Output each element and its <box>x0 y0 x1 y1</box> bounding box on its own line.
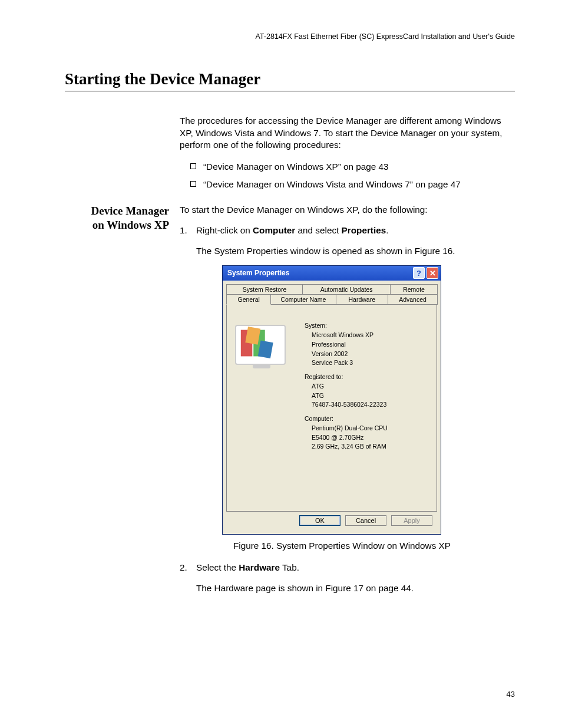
system-label: System: <box>305 321 388 331</box>
bullet-text: “Device Manager on Windows XP” on page 4… <box>203 160 389 174</box>
step-2: 2. Select the Hardware Tab. <box>180 562 515 574</box>
bullet-icon <box>190 181 196 187</box>
computer-label: Computer: <box>305 414 388 424</box>
bullet-text: “Device Manager on Windows Vista and Win… <box>203 177 461 192</box>
lead-in: To start the Device Manager on Windows X… <box>180 204 515 216</box>
tab-advanced[interactable]: Advanced <box>388 294 438 305</box>
system-properties-window: System Properties ? ✕ System Restore Aut… <box>222 265 441 535</box>
figure-16: System Properties ? ✕ System Restore Aut… <box>222 265 515 535</box>
list-item: “Device Manager on Windows Vista and Win… <box>190 177 515 192</box>
registered-label: Registered to: <box>305 373 388 382</box>
bullet-icon <box>190 163 196 169</box>
page-number: 43 <box>507 690 515 699</box>
tab-system-restore[interactable]: System Restore <box>226 284 303 294</box>
intro-paragraph: The procedures for accessing the Device … <box>180 115 515 151</box>
window-title: System Properties <box>227 269 289 277</box>
tab-automatic-updates[interactable]: Automatic Updates <box>302 284 391 294</box>
tab-computer-name[interactable]: Computer Name <box>270 294 336 305</box>
tab-remote[interactable]: Remote <box>390 284 438 294</box>
computer-icon <box>235 317 288 452</box>
ok-button[interactable]: OK <box>299 515 340 526</box>
step-2-result: The Hardware page is shown in Figure 17 … <box>196 582 515 595</box>
help-icon[interactable]: ? <box>413 267 425 279</box>
list-item: “Device Manager on Windows XP” on page 4… <box>190 160 515 174</box>
section-heading: Device Manageron Windows XP <box>65 204 180 232</box>
figure-caption: Figure 16. System Properties Window on W… <box>169 541 515 551</box>
step-1-result: The System Properties window is opened a… <box>196 245 515 258</box>
tab-general[interactable]: General <box>226 294 271 305</box>
close-icon[interactable]: ✕ <box>427 267 438 279</box>
window-titlebar[interactable]: System Properties ? ✕ <box>223 266 441 281</box>
system-info: System: Microsoft Windows XP Professiona… <box>305 317 388 452</box>
step-1: 1. Right-click on Computer and select Pr… <box>180 225 515 237</box>
tab-hardware[interactable]: Hardware <box>336 294 388 305</box>
page-title: Starting the Device Manager <box>65 70 515 91</box>
apply-button[interactable]: Apply <box>391 515 432 526</box>
running-head: AT-2814FX Fast Ethernet Fiber (SC) Expre… <box>65 32 515 41</box>
cancel-button[interactable]: Cancel <box>345 515 386 526</box>
